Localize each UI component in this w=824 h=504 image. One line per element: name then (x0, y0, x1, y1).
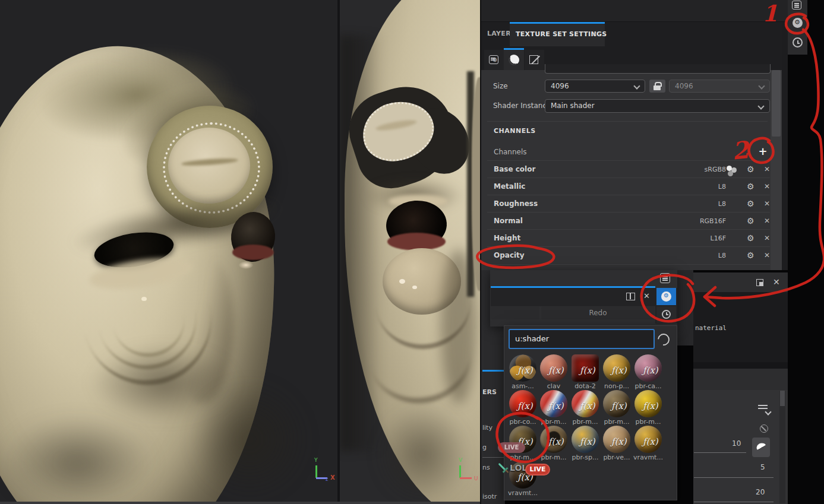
symmetry-off-icon[interactable] (760, 424, 768, 433)
shader-item-label: pbr-m... (537, 454, 570, 461)
shader-item-thumbnail[interactable]: ƒ(x) (509, 354, 536, 382)
panel-scrollbar[interactable] (771, 70, 782, 270)
shader-item-thumbnail[interactable]: ƒ(x) (572, 426, 599, 453)
channel-remove-icon[interactable]: ✕ (764, 183, 770, 190)
shader-search-input[interactable]: u:shader (509, 329, 655, 349)
shader-item-label: clav (537, 382, 570, 390)
close-icon[interactable]: ✕ (773, 277, 780, 287)
channel-row[interactable]: Height L16F ⚙ ✕ (487, 229, 770, 247)
label-fragment: isotr (482, 493, 497, 500)
tab-texture-set-settings[interactable]: TEXTURE SET SETTINGS ✕ (510, 22, 605, 46)
channel-row[interactable]: Normal RGB16F ⚙ ✕ (487, 212, 770, 230)
channel-settings-icon[interactable]: ⚙ (747, 234, 754, 242)
log-icon[interactable] (660, 273, 670, 283)
panel-top-strip (481, 0, 788, 22)
size-lock-button[interactable] (649, 80, 665, 93)
log-icon[interactable] (792, 1, 801, 9)
channel-settings-icon[interactable]: ⚙ (747, 182, 754, 191)
scrollbar-thumb[interactable] (780, 391, 785, 406)
shader-instance-dropdown[interactable]: Main shader (545, 99, 770, 113)
channel-remove-icon[interactable]: ✕ (764, 200, 770, 207)
split-view-icon (630, 293, 631, 299)
shader-item-label: pbr-sp... (569, 454, 602, 461)
channel-settings-icon[interactable]: ⚙ (747, 165, 754, 173)
shader-item-thumbnail[interactable]: ƒ(x) (509, 390, 536, 417)
channel-name: Metallic (494, 182, 525, 191)
shader-item-thumbnail[interactable]: ƒ(x) (634, 390, 662, 417)
channel-remove-icon[interactable]: ✕ (764, 252, 770, 259)
channel-name: Opacity (494, 251, 525, 259)
brush-preview-button[interactable] (752, 438, 770, 457)
shader-item-label: pbr-m... (600, 418, 633, 426)
shader-item-thumbnail[interactable]: ƒ(x) (572, 390, 599, 417)
shader-item-label: pbr-m... (632, 418, 665, 426)
fx-overlay-icon: ƒ(x) (611, 436, 627, 447)
slider-value[interactable]: 20 (756, 488, 765, 496)
slider-value[interactable]: 5 (760, 463, 765, 471)
tab-uv-settings[interactable] (525, 50, 544, 70)
history-icon[interactable] (793, 37, 803, 47)
slider-track[interactable] (694, 452, 746, 453)
live-badge: LIVE (498, 442, 525, 453)
fx-overlay-icon: ƒ(x) (517, 401, 533, 411)
shader-settings-icon[interactable]: ⚙ (793, 18, 803, 28)
viewport-3d[interactable]: Y z X (0, 0, 337, 504)
shader-grid: ƒ(x)asm-...ƒ(x)clavƒ(x)dota-2ƒ(x)non-p..… (504, 353, 677, 500)
channel-remove-icon[interactable]: ✕ (764, 234, 770, 242)
material-label: naterial (695, 324, 727, 332)
history-tab[interactable] (656, 306, 676, 323)
channel-settings-icon[interactable]: ⚙ (747, 251, 754, 259)
size-dropdown[interactable]: 4096 (545, 80, 645, 93)
filter-icon[interactable] (758, 405, 768, 406)
channel-settings-icon[interactable]: ⚙ (747, 217, 754, 225)
channel-settings-icon[interactable]: ⚙ (747, 199, 754, 208)
shader-item-thumbnail[interactable]: ƒ(x) (572, 354, 599, 382)
channel-row[interactable]: Base color sRGB8 ⚙ ✕ (487, 160, 770, 178)
shader-item-thumbnail[interactable]: ƒ(x) (634, 354, 662, 382)
channel-format: L16F (711, 234, 726, 242)
shader-item-thumbnail[interactable]: ƒ(x) (540, 426, 567, 453)
axis-gizmo-3d: Y z X (312, 457, 337, 484)
redo-button[interactable]: Redo (541, 307, 655, 319)
shader-item-thumbnail[interactable]: ƒ(x) (540, 390, 567, 417)
color-dots-icon (727, 166, 732, 171)
lock-icon (653, 85, 661, 90)
axis-z-label: z (326, 477, 328, 482)
tab-shader-channels[interactable] (504, 48, 524, 70)
channel-row[interactable]: Metallic L8 ⚙ ✕ (487, 177, 770, 195)
undo-button[interactable] (491, 307, 539, 319)
viewport-uv[interactable]: V U (340, 0, 480, 504)
label-fragment: ns (482, 464, 490, 471)
fx-overlay-icon: ƒ(x) (580, 401, 595, 411)
shader-item-thumbnail[interactable]: ƒ(x) (603, 354, 630, 382)
close-icon[interactable]: ✕ (643, 291, 650, 300)
history-icon (662, 310, 671, 319)
window-titlebar[interactable]: ✕ (693, 272, 788, 292)
refresh-icon[interactable] (655, 331, 672, 348)
channel-remove-icon[interactable]: ✕ (764, 217, 770, 224)
tab-mesh-settings[interactable]: ⚙ (484, 50, 504, 70)
gear-icon: ⚙ (492, 57, 497, 63)
channel-format: L8 (718, 200, 726, 208)
window-scrollbar[interactable] (779, 391, 785, 503)
shader-item-thumbnail[interactable]: ƒ(x) (603, 426, 630, 453)
split-view-icon[interactable] (626, 293, 635, 300)
window-strip (693, 362, 788, 369)
tab-close-icon[interactable]: ✕ (592, 30, 597, 38)
fx-overlay-icon: ƒ(x) (517, 365, 533, 376)
shader-item-thumbnail[interactable]: ƒ(x) (540, 354, 567, 382)
shader-item-thumbnail[interactable]: ƒ(x) (603, 390, 630, 417)
log-icon (794, 3, 799, 4)
channel-remove-icon[interactable]: ✕ (764, 166, 770, 173)
slider-track[interactable] (694, 477, 774, 478)
slider-track[interactable] (694, 502, 774, 502)
add-channel-button[interactable]: + (756, 144, 770, 159)
fx-overlay-icon: ƒ(x) (643, 436, 658, 447)
scrollbar-thumb[interactable] (772, 70, 781, 137)
partial-field[interactable] (545, 64, 771, 74)
channel-row[interactable]: Roughness L8 ⚙ ✕ (487, 195, 770, 213)
channel-row-opacity[interactable]: Opacity L8 ⚙ ✕ (487, 246, 770, 265)
shader-settings-tab-active[interactable]: ⚙ (656, 288, 676, 305)
slider-value[interactable]: 10 (732, 439, 741, 448)
shader-item-thumbnail[interactable]: ƒ(x) (634, 426, 662, 453)
